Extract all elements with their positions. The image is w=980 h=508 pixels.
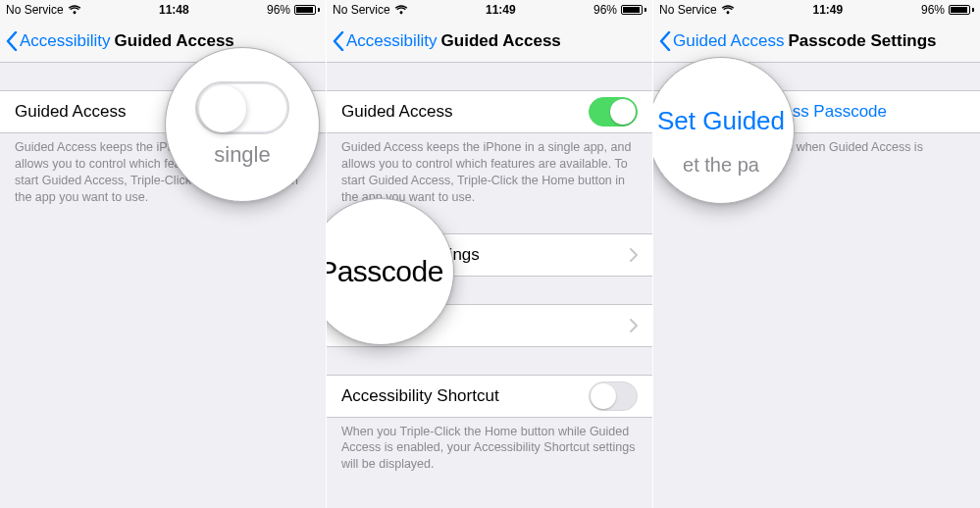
accessibility-shortcut-row[interactable]: Accessibility Shortcut: [327, 375, 652, 418]
chevron-left-icon: [659, 31, 671, 51]
screen-guided-access-off: No Service 11:48 96% Accessibility Guide…: [0, 0, 327, 508]
battery-icon: [294, 5, 320, 15]
battery-percent: 96%: [593, 3, 617, 17]
group-footer: Guided Access keeps the iPhone in a sing…: [327, 133, 652, 206]
row-label: Guided Access: [341, 102, 452, 122]
magnified-toggle-switch: [195, 81, 289, 134]
back-button[interactable]: Guided Access: [659, 31, 784, 51]
magnifier-label-top: Set Guided: [657, 106, 785, 136]
nav-title: Guided Access: [441, 31, 561, 51]
status-bar: No Service 11:49 96%: [653, 0, 980, 20]
magnifier-caption: single: [214, 142, 270, 168]
screen-passcode-settings: No Service 11:49 96% Guided Access Passc…: [653, 0, 980, 508]
battery-percent: 96%: [921, 3, 945, 17]
magnifier-toggle: single: [165, 47, 320, 202]
carrier-text: No Service: [6, 3, 64, 17]
toggle-switch[interactable]: [589, 97, 638, 127]
clock: 11:48: [159, 3, 189, 17]
guided-access-toggle-row[interactable]: Guided Access: [327, 90, 652, 133]
back-button[interactable]: Accessibility: [333, 31, 438, 51]
screen-guided-access-on: No Service 11:49 96% Accessibility Guide…: [327, 0, 653, 508]
group-footer: When you Triple-Click the Home button wh…: [327, 418, 652, 474]
chevron-right-icon: [630, 319, 638, 332]
magnifier-set-guided: Set Guided et the pa: [653, 57, 795, 204]
magnifier-label: Passcode: [327, 255, 443, 288]
back-button[interactable]: Accessibility: [6, 31, 111, 51]
nav-title: Passcode Settings: [788, 31, 936, 51]
magnifier-label-bottom: et the pa: [683, 154, 759, 177]
chevron-right-icon: [630, 248, 638, 262]
back-label: Accessibility: [346, 31, 438, 51]
wifi-icon: [394, 5, 408, 15]
battery-icon: [621, 5, 646, 15]
row-label: Guided Access: [15, 102, 126, 122]
clock: 11:49: [812, 3, 843, 17]
toggle-switch[interactable]: [589, 381, 638, 411]
status-bar: No Service 11:49 96%: [327, 0, 652, 20]
wifi-icon: [68, 5, 81, 15]
chevron-left-icon: [6, 31, 18, 51]
clock: 11:49: [486, 3, 516, 17]
battery-icon: [949, 5, 974, 15]
wifi-icon: [721, 5, 735, 15]
carrier-text: No Service: [659, 3, 717, 17]
battery-percent: 96%: [267, 3, 290, 17]
nav-bar: Accessibility Guided Access: [327, 20, 652, 63]
nav-bar: Guided Access Passcode Settings: [653, 20, 980, 63]
nav-title: Guided Access: [115, 31, 234, 51]
status-bar: No Service 11:48 96%: [0, 0, 326, 20]
row-label: Accessibility Shortcut: [341, 386, 499, 406]
back-label: Accessibility: [20, 31, 111, 51]
chevron-left-icon: [333, 31, 344, 51]
carrier-text: No Service: [333, 3, 390, 17]
back-label: Guided Access: [673, 31, 784, 51]
